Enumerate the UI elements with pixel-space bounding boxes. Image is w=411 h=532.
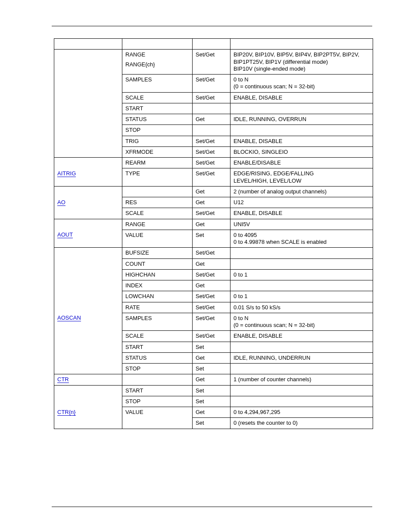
values-cell: BIP20V, BIP10V, BIP5V, BIP4V, BIP2PT5V, … — [230, 50, 373, 75]
setget-cell: Set/Get — [193, 50, 230, 75]
col-component: Component — [54, 39, 122, 50]
reference-table: Component Property Set/Get Values RANGE … — [54, 38, 373, 429]
component-aoscan[interactable]: AOSCAN — [54, 313, 122, 331]
property-cell: RANGE RANGE{ch} — [122, 50, 193, 75]
col-setget: Set/Get — [193, 39, 230, 50]
component-cell — [54, 158, 122, 168]
header-right: Functional Details — [335, 20, 372, 25]
col-property: Property — [122, 39, 193, 50]
component-ao[interactable]: AO — [54, 197, 122, 208]
col-values: Values — [230, 39, 373, 50]
page-header: E-1608 User's Guide Functional Details — [52, 20, 372, 26]
component-aout[interactable]: AOUT — [54, 230, 122, 248]
header-left: E-1608 User's Guide — [52, 20, 96, 25]
page-footer: 20 — [52, 507, 372, 515]
table-header-row: Component Property Set/Get Values — [54, 39, 373, 50]
component-ctrn[interactable]: CTR{n} — [54, 407, 122, 418]
component-ctr[interactable]: CTR — [54, 374, 122, 385]
component-aitrig[interactable]: AITRIG — [54, 168, 122, 187]
component-cell — [54, 50, 122, 75]
